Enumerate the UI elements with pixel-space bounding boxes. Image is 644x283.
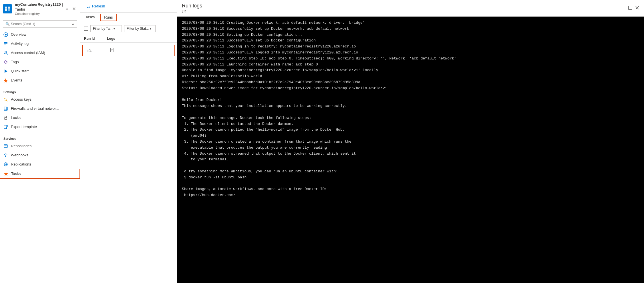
- logs-subtitle: cf4: [182, 9, 202, 13]
- logs-content: 2020/03/09 20:30:10 Creating Docker netw…: [177, 17, 644, 283]
- close-logs-button[interactable]: [635, 5, 639, 11]
- svg-rect-3: [8, 9, 10, 11]
- col-header-runid: Run Id: [84, 37, 107, 41]
- sidebar-item-tasks-label: Tasks: [11, 172, 21, 176]
- tags-icon: [3, 60, 8, 64]
- sidebar-item-access-keys-label: Access keys: [11, 97, 31, 101]
- app-title-group: myContainerRegistry1220 | Tasks Containe…: [15, 2, 65, 15]
- sidebar-item-replications[interactable]: Replications: [0, 160, 80, 169]
- sidebar-item-iam[interactable]: Access control (IAM): [0, 48, 80, 57]
- svg-rect-2: [5, 9, 7, 11]
- services-divider: [0, 133, 80, 133]
- svg-marker-31: [4, 172, 8, 176]
- sidebar-item-overview-label: Overview: [11, 32, 26, 37]
- sidebar-item-firewalls-label: Firewalls and virtual networ...: [11, 106, 59, 111]
- filter-row: Filter by Ta... ▾ Filter by Stat... ▾: [80, 22, 177, 35]
- svg-point-5: [5, 34, 7, 35]
- tabs-bar: Tasks Runs: [80, 13, 177, 22]
- filter-task-label: Filter by Ta...: [93, 27, 112, 31]
- app-subtitle: Container registry: [15, 12, 65, 15]
- select-all-checkbox[interactable]: [84, 27, 88, 31]
- firewalls-icon: [3, 106, 8, 111]
- sidebar-item-export-template[interactable]: Export template: [0, 122, 80, 131]
- sidebar-item-repositories-label: Repositories: [11, 144, 31, 148]
- header-controls: « ✕: [65, 5, 77, 12]
- run-logs-panel: Run logs cf4 2020/03/09 20:30:10 Creatin…: [177, 0, 644, 283]
- sidebar-item-webhooks[interactable]: Webhooks: [0, 151, 80, 160]
- sidebar-item-quick-start[interactable]: Quick start: [0, 67, 80, 76]
- maximize-button[interactable]: [628, 5, 633, 11]
- collapse-panel-button[interactable]: «: [65, 5, 70, 12]
- search-input[interactable]: [11, 22, 72, 26]
- tab-runs[interactable]: Runs: [100, 14, 116, 21]
- sidebar-item-access-keys[interactable]: Access keys: [0, 95, 80, 104]
- filter-task-chevron: ▾: [114, 27, 115, 30]
- quickstart-icon: [3, 69, 8, 73]
- filter-status-chevron: ▾: [150, 27, 151, 30]
- logs-title: Run logs: [182, 3, 202, 9]
- sidebar-item-activity-log[interactable]: Activity log: [0, 39, 80, 48]
- svg-point-10: [6, 61, 7, 62]
- close-panel-button[interactable]: ✕: [71, 5, 77, 12]
- svg-rect-6: [4, 42, 7, 43]
- svg-rect-36: [629, 6, 632, 9]
- sidebar-item-overview[interactable]: Overview: [0, 30, 80, 39]
- sidebar-item-quick-start-label: Quick start: [11, 69, 29, 73]
- sidebar-item-locks[interactable]: Locks: [0, 113, 80, 122]
- activity-log-icon: [3, 41, 8, 46]
- settings-divider: [0, 86, 80, 86]
- sidebar-item-firewalls[interactable]: Firewalls and virtual networ...: [0, 104, 80, 113]
- sidebar-item-export-template-label: Export template: [11, 125, 37, 129]
- svg-rect-0: [5, 7, 7, 9]
- services-section-label: Services: [0, 134, 80, 142]
- logs-title-group: Run logs cf4: [182, 3, 202, 13]
- table-row[interactable]: cf4: [82, 45, 175, 56]
- filter-by-status-dropdown[interactable]: Filter by Stat... ▾: [124, 25, 156, 32]
- sidebar-item-events[interactable]: Events: [0, 76, 80, 85]
- sidebar-item-repositories[interactable]: Repositories: [0, 142, 80, 151]
- svg-marker-11: [5, 69, 7, 73]
- overview-icon: [3, 32, 8, 37]
- app-header: myContainerRegistry1220 | Tasks Containe…: [0, 0, 80, 18]
- sidebar-item-webhooks-label: Webhooks: [11, 153, 28, 157]
- sidebar-item-tasks[interactable]: Tasks: [0, 169, 80, 179]
- sidebar-item-tags-label: Tags: [11, 60, 19, 64]
- svg-rect-1: [8, 7, 10, 9]
- replications-icon: [3, 162, 8, 167]
- settings-section-label: Settings: [0, 87, 80, 95]
- iam-icon: [3, 51, 8, 55]
- sidebar-item-activity-log-label: Activity log: [11, 41, 29, 46]
- tab-tasks[interactable]: Tasks: [84, 13, 96, 22]
- sidebar-item-replications-label: Replications: [11, 162, 31, 166]
- collapse-search-button[interactable]: «: [72, 22, 74, 26]
- webhooks-icon: [3, 153, 8, 158]
- svg-rect-24: [4, 145, 7, 148]
- svg-rect-8: [4, 45, 6, 45]
- sidebar-item-iam-label: Access control (IAM): [11, 51, 45, 55]
- svg-rect-7: [4, 43, 7, 44]
- repositories-icon: [3, 144, 8, 148]
- logs-document-icon: [110, 47, 115, 54]
- svg-rect-16: [4, 107, 7, 110]
- svg-line-15: [7, 100, 7, 101]
- nav-list: Overview Activity log Access control (IA…: [0, 30, 80, 283]
- app-title: myContainerRegistry1220 | Tasks: [15, 2, 65, 12]
- filter-by-task-dropdown[interactable]: Filter by Ta... ▾: [90, 25, 122, 32]
- svg-point-9: [5, 51, 7, 53]
- logs-header: Run logs cf4: [177, 0, 644, 17]
- sidebar-item-tags[interactable]: Tags: [0, 57, 80, 67]
- sidebar: myContainerRegistry1220 | Tasks Containe…: [0, 0, 80, 283]
- logs-header-controls: [628, 5, 639, 11]
- search-icon: 🔍: [5, 22, 10, 26]
- svg-point-13: [4, 98, 6, 100]
- search-box: 🔍 «: [3, 20, 77, 28]
- locks-icon: [3, 115, 8, 120]
- refresh-label: Refresh: [92, 4, 105, 8]
- access-keys-icon: [3, 97, 8, 102]
- tasks-icon: [4, 172, 8, 176]
- app-icon: [3, 4, 12, 13]
- export-template-icon: [3, 125, 8, 129]
- sidebar-item-events-label: Events: [11, 78, 22, 82]
- refresh-button[interactable]: Refresh: [84, 3, 108, 9]
- table-header: Run Id Logs: [80, 35, 177, 43]
